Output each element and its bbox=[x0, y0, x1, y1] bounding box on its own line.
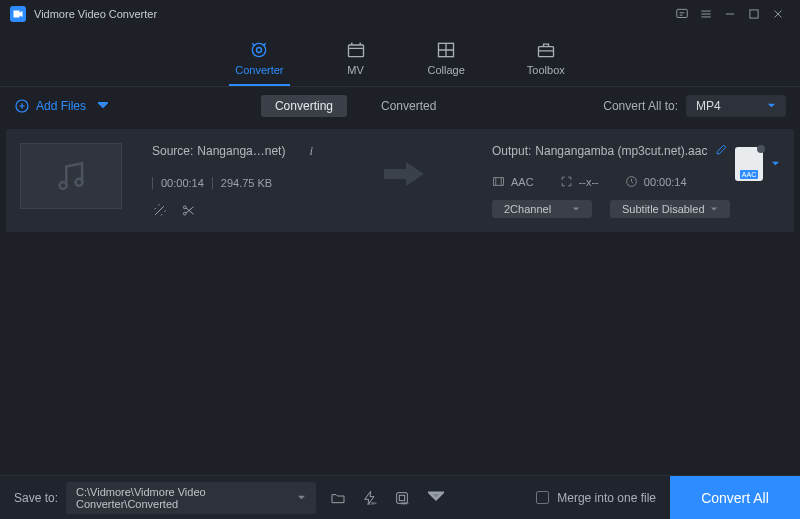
speed-icon[interactable]: OFF bbox=[360, 488, 380, 508]
output-selects: 2Channel Subtitle Disabled bbox=[492, 200, 780, 218]
clock-icon bbox=[625, 175, 638, 188]
svg-text:OFF: OFF bbox=[369, 501, 378, 506]
channel-select[interactable]: 2Channel bbox=[492, 200, 592, 218]
close-icon[interactable] bbox=[766, 2, 790, 26]
source-line: Source: Nanganga…net) i bbox=[152, 143, 372, 159]
minimize-icon[interactable] bbox=[718, 2, 742, 26]
plus-circle-icon bbox=[14, 98, 30, 114]
tab-converter[interactable]: Converter bbox=[229, 36, 289, 86]
wand-icon[interactable] bbox=[152, 203, 167, 218]
codec-icon bbox=[492, 175, 505, 188]
merge-checkbox[interactable]: Merge into one file bbox=[536, 491, 656, 505]
svg-rect-1 bbox=[750, 10, 758, 18]
info-icon[interactable]: i bbox=[309, 143, 313, 159]
save-path-dropdown[interactable]: C:\Vidmore\Vidmore Video Converter\Conve… bbox=[66, 482, 316, 514]
source-meta: 00:00:14 294.75 KB bbox=[152, 177, 372, 189]
titlebar: Vidmore Video Converter bbox=[0, 0, 800, 28]
convert-all-format-dropdown[interactable]: MP4 bbox=[686, 95, 786, 117]
resolution-badge: --x-- bbox=[560, 175, 599, 188]
svg-point-18 bbox=[425, 497, 426, 498]
checkbox-icon bbox=[536, 491, 549, 504]
convert-all-label: Convert All bbox=[701, 490, 769, 506]
app-title: Vidmore Video Converter bbox=[34, 8, 157, 20]
source-tools bbox=[152, 203, 372, 218]
chevron-down-icon bbox=[98, 99, 108, 113]
format-file-icon: AAC bbox=[735, 147, 763, 181]
convert-all-button[interactable]: Convert All bbox=[670, 476, 800, 520]
menu-icon[interactable] bbox=[694, 2, 718, 26]
tab-label: Toolbox bbox=[527, 64, 565, 76]
svg-point-3 bbox=[257, 48, 262, 53]
svg-rect-6 bbox=[538, 47, 553, 57]
source-prefix: Source: bbox=[152, 144, 193, 158]
codec-badge: AAC bbox=[492, 175, 534, 188]
svg-point-10 bbox=[183, 206, 186, 209]
svg-point-8 bbox=[60, 182, 67, 189]
music-note-icon bbox=[52, 157, 90, 195]
subtab-converted[interactable]: Converted bbox=[367, 95, 450, 117]
tab-mv[interactable]: MV bbox=[340, 36, 372, 86]
output-prefix: Output: bbox=[492, 144, 531, 158]
tab-collage[interactable]: Collage bbox=[422, 36, 471, 86]
source-duration: 00:00:14 bbox=[161, 177, 204, 189]
main-tabs: Converter MV Collage Toolbox bbox=[0, 28, 800, 87]
save-path-value: C:\Vidmore\Vidmore Video Converter\Conve… bbox=[76, 486, 297, 510]
source-column: Source: Nanganga…net) i 00:00:14 294.75 … bbox=[152, 143, 372, 218]
svg-point-9 bbox=[75, 179, 82, 186]
gpu-icon[interactable]: OFF bbox=[392, 488, 412, 508]
svg-point-11 bbox=[183, 212, 186, 215]
app-logo bbox=[10, 6, 26, 22]
resolution-icon bbox=[560, 175, 573, 188]
output-filename: Nangangamba (mp3cut.net).aac bbox=[535, 144, 707, 158]
add-files-button[interactable]: Add Files bbox=[14, 98, 108, 114]
chevron-down-icon bbox=[771, 157, 780, 171]
chevron-down-icon bbox=[710, 203, 718, 215]
tab-label: MV bbox=[347, 64, 364, 76]
file-thumbnail[interactable] bbox=[20, 143, 122, 209]
chevron-down-icon bbox=[767, 99, 776, 113]
chevron-down-icon bbox=[572, 203, 580, 215]
subtitle-select[interactable]: Subtitle Disabled bbox=[610, 200, 730, 218]
feedback-icon[interactable] bbox=[670, 2, 694, 26]
tab-toolbox[interactable]: Toolbox bbox=[521, 36, 571, 86]
svg-rect-16 bbox=[399, 495, 404, 500]
convert-all-to-group: Convert All to: MP4 bbox=[603, 95, 786, 117]
subtab-converting[interactable]: Converting bbox=[261, 95, 347, 117]
format-tag: AAC bbox=[740, 170, 758, 179]
arrow-icon bbox=[384, 159, 424, 192]
converter-icon bbox=[249, 40, 269, 60]
subtabs: Converting Converted bbox=[261, 95, 450, 117]
source-filename: Nanganga…net) bbox=[197, 144, 285, 158]
svg-text:OFF: OFF bbox=[401, 501, 410, 506]
bottom-bar: Save to: C:\Vidmore\Vidmore Video Conver… bbox=[0, 475, 800, 519]
subtitle-value: Subtitle Disabled bbox=[622, 203, 705, 215]
edit-icon[interactable] bbox=[715, 143, 728, 159]
mv-icon bbox=[346, 40, 366, 60]
duration-badge: 00:00:14 bbox=[625, 175, 687, 188]
channel-value: 2Channel bbox=[504, 203, 551, 215]
bottom-icons: OFF OFF bbox=[328, 488, 444, 508]
source-size: 294.75 KB bbox=[221, 177, 272, 189]
svg-rect-0 bbox=[677, 9, 688, 17]
separator bbox=[212, 177, 213, 189]
subbar: Add Files Converting Converted Convert A… bbox=[0, 87, 800, 125]
collage-icon bbox=[436, 40, 456, 60]
svg-rect-12 bbox=[494, 178, 504, 186]
save-to-label: Save to: bbox=[14, 491, 58, 505]
file-item: Source: Nanganga…net) i 00:00:14 294.75 … bbox=[6, 129, 794, 232]
toolbox-icon bbox=[536, 40, 556, 60]
dropdown-value: MP4 bbox=[696, 99, 721, 113]
svg-rect-4 bbox=[348, 45, 363, 57]
output-format-picker[interactable]: AAC bbox=[735, 147, 780, 181]
scissors-icon[interactable] bbox=[181, 203, 196, 218]
out-duration-value: 00:00:14 bbox=[644, 176, 687, 188]
settings-icon[interactable] bbox=[424, 488, 444, 508]
maximize-icon[interactable] bbox=[742, 2, 766, 26]
codec-value: AAC bbox=[511, 176, 534, 188]
convert-all-to-label: Convert All to: bbox=[603, 99, 678, 113]
separator bbox=[152, 177, 153, 189]
add-files-label: Add Files bbox=[36, 99, 86, 113]
open-folder-icon[interactable] bbox=[328, 488, 348, 508]
chevron-down-icon bbox=[297, 492, 306, 504]
tab-label: Converter bbox=[235, 64, 283, 76]
